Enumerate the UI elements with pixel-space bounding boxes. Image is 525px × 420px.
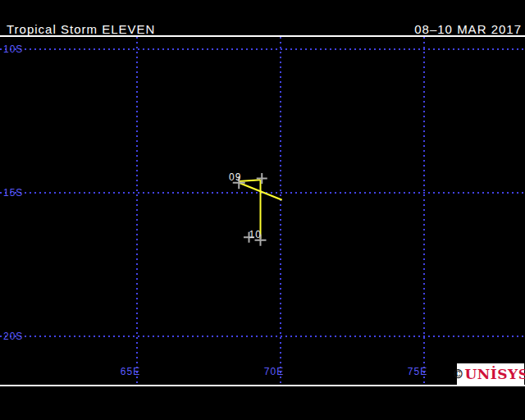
- day-label: 10: [249, 229, 262, 240]
- copyright-icon: ©: [453, 368, 464, 380]
- footer-divider: [0, 385, 525, 386]
- unisys-logo: © UNİSYS: [457, 363, 524, 385]
- track-segment: [239, 180, 260, 181]
- storm-track-map: Tropical Storm ELEVEN 08–10 MAR 2017 10S…: [0, 0, 525, 420]
- unisys-brand-text: UNİSYS: [465, 368, 525, 381]
- day-label: 09: [229, 171, 241, 183]
- storm-track: [0, 0, 525, 420]
